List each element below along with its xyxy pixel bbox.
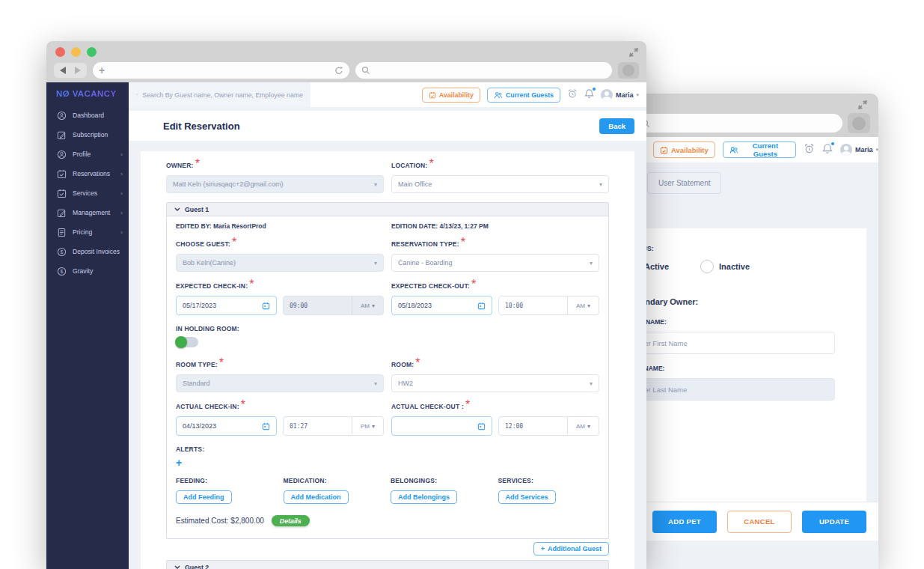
add-services-button[interactable]: Add Services bbox=[498, 490, 556, 504]
room-type-select[interactable]: Standard▾ bbox=[176, 374, 384, 392]
additional-guest-button[interactable]: + Additional Guest bbox=[533, 542, 609, 556]
belongings-label: BELONGINGS: bbox=[391, 477, 437, 484]
close-window-icon[interactable] bbox=[55, 47, 65, 57]
calendar-icon[interactable] bbox=[477, 422, 486, 430]
reservation-type-label: RESERVATION TYPE: bbox=[391, 240, 459, 248]
room-type-label: ROOM TYPE: bbox=[176, 361, 218, 368]
alarm-icon[interactable] bbox=[567, 88, 578, 102]
sidebar-item-gravity[interactable]: $ Gravity bbox=[46, 261, 129, 281]
current-guests-label: Current Guests bbox=[741, 142, 789, 158]
refresh-icon[interactable] bbox=[334, 66, 343, 76]
edition-date: EDITION DATE: 4/13/23, 1:27 PM bbox=[391, 222, 599, 230]
dollar-circle-icon: $ bbox=[57, 267, 67, 276]
expand-icon[interactable] bbox=[628, 47, 639, 61]
front-browser-window: + NØ VACANCY Dashboard Subscription Prof… bbox=[46, 41, 646, 569]
room-select[interactable]: HW2▾ bbox=[391, 374, 599, 392]
availability-label: Availability bbox=[671, 146, 709, 154]
choose-guest-label: CHOOSE GUEST: bbox=[176, 240, 230, 248]
guest-2-header[interactable]: Guest 2 bbox=[167, 561, 608, 569]
holding-room-toggle[interactable] bbox=[176, 337, 198, 347]
browser-avatar[interactable] bbox=[618, 62, 639, 79]
last-name-field[interactable] bbox=[625, 378, 835, 401]
sidebar-item-label: Management bbox=[73, 209, 110, 216]
user-avatar bbox=[840, 144, 852, 156]
user-name: Maria bbox=[616, 91, 634, 99]
guest-1-header[interactable]: Guest 1 bbox=[167, 203, 608, 216]
sidebar-item-subscription[interactable]: Subscription bbox=[46, 125, 129, 144]
owner-label: OWNER: bbox=[166, 162, 194, 169]
global-search-input[interactable]: Search By Guest name, Owner name, Employ… bbox=[129, 82, 310, 107]
current-guests-button[interactable]: Current Guests bbox=[487, 88, 560, 103]
expand-icon[interactable] bbox=[857, 100, 868, 113]
availability-label: Availability bbox=[439, 91, 474, 99]
details-button[interactable]: Details bbox=[272, 515, 310, 526]
availability-button[interactable]: Availability bbox=[422, 88, 480, 103]
chevron-down-icon: ▾ bbox=[587, 423, 590, 430]
new-tab-icon[interactable]: + bbox=[99, 65, 105, 76]
calendar-icon[interactable] bbox=[262, 422, 270, 430]
user-avatar bbox=[601, 89, 613, 101]
sidebar-item-dashboard[interactable]: Dashboard bbox=[46, 106, 129, 125]
radio-inactive-label: Inactive bbox=[719, 262, 750, 271]
url-bar[interactable]: + bbox=[93, 62, 349, 79]
zoom-window-icon[interactable] bbox=[87, 47, 97, 57]
browser-search-field[interactable] bbox=[634, 114, 842, 133]
chevron-down-icon: ▾ bbox=[374, 380, 377, 387]
actual-checkin-time[interactable]: 01:27 PM▾ bbox=[283, 416, 384, 436]
calendar-icon[interactable] bbox=[477, 302, 486, 310]
svg-text:$: $ bbox=[61, 249, 64, 254]
radio-inactive[interactable] bbox=[700, 260, 714, 273]
estimated-cost: Estimated Cost: $2,800.00 bbox=[176, 517, 264, 525]
add-feeding-button[interactable]: Add Feeding bbox=[176, 490, 232, 504]
tab-user-statement[interactable]: User Statement bbox=[647, 172, 721, 194]
choose-guest-select[interactable]: Bob Keln(Canine)▾ bbox=[176, 254, 384, 272]
minimize-window-icon[interactable] bbox=[71, 47, 81, 57]
profile-icon bbox=[57, 150, 67, 159]
sidebar-item-services[interactable]: Services › bbox=[46, 183, 129, 203]
add-pet-button[interactable]: ADD PET bbox=[652, 511, 717, 533]
notification-dot bbox=[831, 142, 834, 145]
notifications-bell-icon[interactable] bbox=[822, 143, 833, 157]
expected-checkout-time[interactable]: 10:00 AM▾ bbox=[498, 296, 599, 315]
location-select[interactable]: Main Office▾ bbox=[391, 175, 609, 193]
sidebar-item-pricing[interactable]: Pricing › bbox=[46, 222, 129, 242]
back-nav-icon[interactable] bbox=[60, 67, 66, 74]
sidebar-item-reservations[interactable]: Reservations › bbox=[46, 164, 129, 183]
expected-checkin-time[interactable]: 09:00 AM▾ bbox=[283, 296, 384, 315]
user-menu[interactable]: Maria ▾ bbox=[840, 144, 878, 156]
cancel-button[interactable]: CANCEL bbox=[727, 511, 792, 533]
sidebar-item-label: Gravity bbox=[73, 267, 93, 275]
availability-button[interactable]: Availability bbox=[653, 142, 715, 158]
actual-checkin-date[interactable]: 04/13/2023 bbox=[176, 416, 277, 436]
dollar-circle-icon: $ bbox=[57, 247, 67, 257]
actual-checkout-time[interactable]: 12:00 AM▾ bbox=[498, 416, 599, 436]
chevron-down-icon bbox=[174, 565, 180, 569]
browser-search-field[interactable] bbox=[355, 62, 612, 79]
expected-checkin-date[interactable]: 05/17/2023 bbox=[176, 296, 277, 315]
sidebar-item-profile[interactable]: Profile › bbox=[46, 144, 129, 164]
add-alert-button[interactable]: + bbox=[176, 457, 599, 468]
actual-checkout-date[interactable] bbox=[391, 416, 492, 436]
browser-toolbar: + bbox=[46, 62, 646, 82]
sidebar-item-deposit-invoices[interactable]: $ Deposit Invoices bbox=[46, 242, 129, 261]
expected-checkout-date[interactable]: 05/18/2023 bbox=[391, 296, 492, 315]
notifications-bell-icon[interactable] bbox=[584, 88, 594, 102]
first-name-field[interactable] bbox=[625, 332, 835, 354]
chevron-down-icon: ▾ bbox=[374, 260, 377, 267]
back-button[interactable]: Back bbox=[599, 118, 634, 134]
current-guests-button[interactable]: Current Guests bbox=[723, 142, 796, 158]
add-belongings-button[interactable]: Add Belongings bbox=[391, 490, 457, 504]
people-icon bbox=[494, 91, 503, 99]
update-button[interactable]: UPDATE bbox=[802, 511, 866, 533]
user-menu[interactable]: Maria ▾ bbox=[601, 89, 639, 101]
owner-select[interactable]: Matt Keln (siriusqaqc+2@gmail.com)▾ bbox=[166, 175, 384, 193]
sidebar-item-label: Deposit Invoices bbox=[73, 248, 120, 255]
page-content: Edit Reservation Back OWNER:* Matt Keln … bbox=[129, 107, 646, 569]
forward-nav-icon[interactable] bbox=[75, 67, 81, 74]
alarm-icon[interactable] bbox=[804, 143, 815, 157]
reservation-type-select[interactable]: Canine - Boarding▾ bbox=[391, 254, 599, 272]
browser-avatar[interactable] bbox=[848, 113, 870, 133]
add-medication-button[interactable]: Add Medication bbox=[284, 490, 349, 504]
sidebar-item-management[interactable]: Management › bbox=[46, 203, 129, 222]
calendar-icon[interactable] bbox=[262, 302, 270, 310]
